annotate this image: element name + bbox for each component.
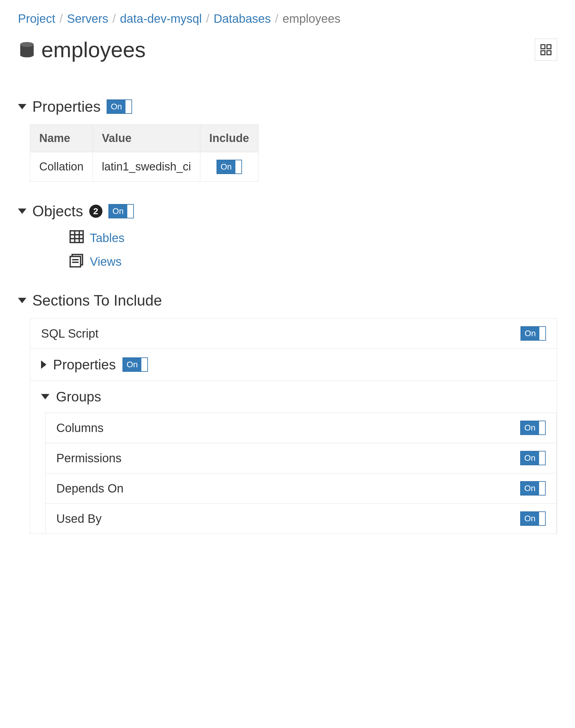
toggle-knob: [539, 482, 545, 495]
col-name: Name: [30, 125, 93, 152]
svg-rect-2: [541, 45, 545, 48]
group-toggle[interactable]: On: [520, 511, 546, 526]
groups-list: Columns On Permissions On Depends On On: [45, 412, 557, 534]
section-row-properties: Properties On: [30, 349, 557, 381]
sqlscript-toggle[interactable]: On: [520, 326, 546, 341]
breadcrumb-sep: /: [275, 12, 278, 26]
toggle-on-label: On: [107, 100, 126, 113]
prop-name: Collation: [30, 152, 93, 181]
properties-table: Name Value Include Collation latin1_swed…: [30, 124, 259, 181]
svg-rect-5: [547, 51, 551, 55]
groups-caret-icon[interactable]: [41, 394, 49, 399]
view-icon: [69, 253, 84, 271]
properties-caret-icon[interactable]: [18, 104, 26, 109]
properties-section: Properties On Name Value Include Collati…: [18, 98, 557, 181]
group-toggle[interactable]: On: [520, 421, 546, 435]
groups-heading: Groups: [56, 389, 101, 405]
breadcrumb: Project / Servers / data-dev-mysql / Dat…: [18, 12, 557, 26]
group-label: Columns: [56, 421, 104, 435]
properties-heading: Properties: [32, 98, 101, 115]
breadcrumb-databases[interactable]: Databases: [213, 12, 271, 26]
toggle-knob: [539, 327, 545, 340]
toggle-knob: [539, 452, 545, 465]
object-label[interactable]: Tables: [90, 231, 125, 245]
toggle-on-label: On: [521, 452, 539, 465]
toggle-on-label: On: [521, 421, 539, 434]
group-label: Used By: [56, 512, 102, 526]
table-icon: [69, 229, 84, 247]
svg-rect-3: [547, 45, 551, 48]
objects-caret-icon[interactable]: [18, 208, 26, 214]
toggle-knob: [539, 421, 545, 434]
breadcrumb-servers[interactable]: Servers: [67, 12, 108, 26]
toggle-knob: [141, 358, 147, 371]
properties-sub-caret-icon[interactable]: [41, 360, 46, 369]
toggle-on-label: On: [217, 160, 235, 173]
toggle-knob: [539, 512, 545, 525]
col-value: Value: [93, 125, 200, 152]
section-row-label: SQL Script: [41, 327, 99, 340]
breadcrumb-sep: /: [60, 12, 63, 26]
svg-point-1: [20, 42, 34, 47]
grid-icon: [540, 44, 552, 56]
object-item-tables[interactable]: Tables: [69, 229, 557, 247]
toggle-knob: [127, 205, 133, 218]
objects-toggle[interactable]: On: [108, 204, 134, 219]
properties-toggle[interactable]: On: [107, 99, 132, 114]
prop-value: latin1_swedish_ci: [93, 152, 200, 181]
section-row-sqlscript: SQL Script On: [30, 319, 557, 349]
section-row-groups: Groups: [30, 381, 557, 412]
toggle-on-label: On: [123, 358, 141, 371]
group-row: Used By On: [45, 504, 556, 534]
breadcrumb-sep: /: [112, 12, 115, 26]
toggle-on-label: On: [109, 205, 127, 218]
objects-section: Objects 2 On Tables Views: [18, 202, 557, 271]
group-row: Permissions On: [45, 443, 556, 473]
group-row: Columns On: [45, 413, 556, 443]
svg-rect-4: [541, 51, 545, 55]
objects-heading: Objects: [32, 202, 83, 220]
title-bar: employees: [18, 37, 557, 62]
toggle-knob: [126, 100, 132, 113]
col-include: Include: [200, 125, 258, 152]
toggle-on-label: On: [521, 327, 539, 340]
objects-count-badge: 2: [89, 205, 102, 218]
sections-caret-icon[interactable]: [18, 298, 26, 303]
sections-to-include: Sections To Include SQL Script On Proper…: [18, 292, 557, 534]
group-label: Depends On: [56, 482, 124, 495]
page-title: employees: [41, 37, 145, 62]
properties-sub-heading: Properties: [53, 357, 116, 373]
object-item-views[interactable]: Views: [69, 253, 557, 271]
toggle-knob: [235, 160, 241, 173]
grid-view-button[interactable]: [535, 39, 557, 61]
properties-sub-toggle[interactable]: On: [123, 357, 148, 372]
svg-rect-6: [70, 231, 83, 243]
breadcrumb-current: employees: [282, 12, 340, 26]
object-label[interactable]: Views: [90, 255, 122, 268]
database-icon: [18, 41, 36, 59]
breadcrumb-server[interactable]: data-dev-mysql: [120, 12, 202, 26]
group-toggle[interactable]: On: [520, 451, 546, 465]
toggle-on-label: On: [521, 482, 539, 495]
sections-heading: Sections To Include: [32, 292, 162, 309]
group-row: Depends On On: [45, 473, 556, 504]
prop-include-toggle[interactable]: On: [216, 160, 242, 174]
toggle-on-label: On: [521, 512, 539, 525]
group-label: Permissions: [56, 452, 122, 465]
breadcrumb-sep: /: [206, 12, 209, 26]
group-toggle[interactable]: On: [520, 481, 546, 496]
table-row: Collation latin1_swedish_ci On: [30, 152, 259, 181]
breadcrumb-project[interactable]: Project: [18, 12, 56, 26]
